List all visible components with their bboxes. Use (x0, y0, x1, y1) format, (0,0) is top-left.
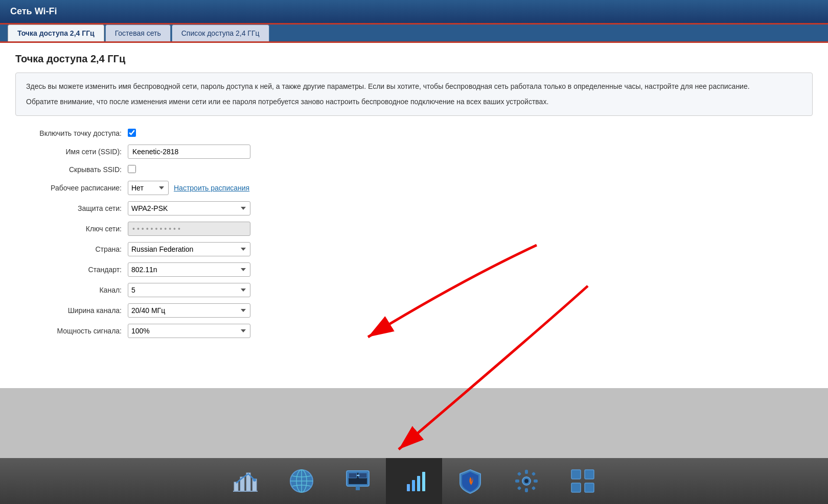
hide-ssid-wrapper (128, 165, 136, 175)
country-control: Russian Federation (128, 242, 250, 256)
svg-rect-2 (234, 482, 238, 491)
svg-rect-34 (532, 486, 536, 490)
schedule-row: Рабочее расписание: Нет Настроить распис… (15, 181, 813, 195)
security-control: WPA2-PSK (128, 201, 250, 215)
shield-icon (456, 467, 485, 495)
key-input[interactable] (128, 222, 250, 236)
svg-rect-32 (532, 472, 536, 476)
svg-rect-24 (407, 484, 410, 491)
power-row: Мощность сигнала: 100% (15, 324, 813, 338)
svg-point-26 (524, 479, 528, 483)
bandwidth-control: 20/40 МГц (128, 303, 250, 318)
security-select[interactable]: WPA2-PSK (128, 201, 250, 215)
monitor-icon (343, 467, 372, 495)
key-row: Ключ сети: (15, 222, 813, 236)
taskbar-item-system[interactable] (498, 458, 555, 504)
svg-rect-31 (517, 472, 521, 476)
svg-rect-19 (356, 486, 360, 490)
svg-rect-36 (585, 470, 594, 479)
svg-rect-38 (585, 483, 594, 492)
hide-ssid-label: Скрывать SSID: (15, 165, 128, 174)
schedule-control: Нет Настроить расписания (128, 181, 249, 195)
bandwidth-label: Ширина канала: (15, 306, 128, 315)
info-line1: Здесь вы можете изменить имя беспроводно… (26, 81, 802, 92)
svg-rect-37 (571, 483, 581, 492)
tabs-bar: Точка доступа 2,4 ГГц Гостевая сеть Спис… (0, 25, 828, 41)
ssid-input[interactable] (128, 145, 250, 159)
power-control: 100% (128, 324, 250, 338)
ssid-input-wrapper (128, 145, 250, 159)
enable-row: Включить точку доступа: (15, 129, 813, 138)
section-title: Точка доступа 2,4 ГГц (15, 53, 813, 65)
schedule-row-inner: Нет Настроить расписания (128, 181, 249, 195)
hide-ssid-checkbox[interactable] (128, 165, 136, 173)
chart-icon (231, 467, 260, 495)
svg-rect-30 (534, 479, 538, 483)
standard-row: Стандарт: 802.11n (15, 262, 813, 277)
svg-rect-14 (349, 473, 357, 478)
key-label: Ключ сети: (15, 225, 128, 233)
country-row: Страна: Russian Federation (15, 242, 813, 256)
power-select[interactable]: 100% (128, 324, 250, 338)
svg-point-7 (253, 478, 256, 482)
tab-guest-network[interactable]: Гостевая сеть (105, 25, 171, 41)
wifi-icon (400, 467, 428, 495)
svg-rect-21 (412, 480, 415, 491)
svg-rect-28 (525, 488, 528, 492)
channel-label: Канал: (15, 286, 128, 294)
standard-select[interactable]: 802.11n (128, 262, 250, 277)
globe-icon (287, 467, 316, 495)
tab-access-list[interactable]: Список доступа 2,4 ГГц (172, 25, 269, 41)
schedule-label: Рабочее расписание: (15, 184, 128, 192)
channel-row: Канал: 5 (15, 283, 813, 297)
taskbar-item-network[interactable] (330, 458, 386, 504)
page-header: Сеть Wi-Fi (0, 0, 828, 25)
power-label: Мощность сигнала: (15, 327, 128, 335)
security-row: Защита сети: WPA2-PSK (15, 201, 813, 215)
bandwidth-row: Ширина канала: 20/40 МГц (15, 303, 813, 318)
gear-icon (512, 467, 541, 495)
taskbar-item-security[interactable] (442, 458, 498, 504)
hide-ssid-row: Скрывать SSID: (15, 165, 813, 175)
enable-label: Включить точку доступа: (15, 129, 128, 137)
svg-rect-15 (359, 473, 367, 478)
content-area: Точка доступа 2,4 ГГц Здесь вы можете из… (0, 43, 828, 354)
svg-rect-29 (515, 479, 519, 483)
taskbar-item-wifi[interactable] (386, 458, 442, 504)
enable-checkbox-wrapper (128, 129, 136, 138)
ssid-label: Имя сети (SSID): (15, 148, 128, 156)
svg-rect-35 (571, 470, 581, 479)
apps-icon (568, 467, 597, 495)
svg-rect-33 (517, 486, 521, 490)
country-select[interactable]: Russian Federation (128, 242, 250, 256)
enable-checkbox[interactable] (128, 129, 136, 137)
country-label: Страна: (15, 245, 128, 253)
bandwidth-select[interactable]: 20/40 МГц (128, 303, 250, 318)
taskbar (0, 458, 828, 504)
standard-label: Стандарт: (15, 266, 128, 274)
taskbar-item-internet[interactable] (273, 458, 330, 504)
schedule-select[interactable]: Нет (128, 181, 169, 195)
security-label: Защита сети: (15, 204, 128, 212)
ssid-row: Имя сети (SSID): (15, 145, 813, 159)
tab-access-point[interactable]: Точка доступа 2,4 ГГц (8, 25, 104, 41)
channel-select[interactable]: 5 (128, 283, 250, 297)
key-control (128, 222, 250, 236)
svg-rect-27 (525, 470, 528, 474)
info-line2: Обратите внимание, что после изменения и… (26, 96, 802, 107)
schedule-link[interactable]: Настроить расписания (174, 184, 249, 192)
standard-control: 802.11n (128, 262, 250, 277)
channel-control: 5 (128, 283, 250, 297)
info-box: Здесь вы можете изменить имя беспроводно… (15, 73, 813, 116)
svg-rect-23 (422, 472, 425, 491)
svg-rect-22 (417, 476, 420, 491)
page-title: Сеть Wi-Fi (10, 6, 818, 17)
taskbar-item-apps[interactable] (555, 458, 611, 504)
taskbar-item-stats[interactable] (217, 458, 273, 504)
